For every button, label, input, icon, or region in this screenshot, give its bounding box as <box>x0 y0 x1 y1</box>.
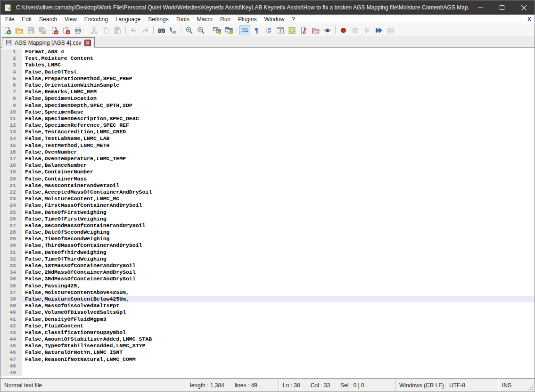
editor-line[interactable]: 43False,ClassificationGroupSymbol <box>0 329 535 336</box>
monitoring-button[interactable] <box>322 25 333 35</box>
macro-play-button <box>362 25 372 35</box>
close-button[interactable] <box>513 0 535 15</box>
maximize-button[interactable] <box>491 0 513 15</box>
editor-line[interactable]: 46False,NaturalOrNotYn,LNMC_ISNT <box>0 349 535 356</box>
editor-line[interactable]: 4False,DateOfTest <box>0 69 535 75</box>
status-insert-mode[interactable]: INS <box>498 379 535 392</box>
editor-line[interactable]: 15False,TestMethod,LNMC_METH <box>0 142 535 149</box>
editor-line[interactable]: 36False,Passing425, <box>0 283 535 289</box>
line-number: 7 <box>0 89 22 95</box>
menu-item-run[interactable]: Run <box>216 15 234 24</box>
editor-line[interactable]: 33False,1StMassOfContainerAndDrySoil <box>0 262 535 269</box>
editor[interactable]: 1Format,AGS 42Test,Moisture Content3Tabl… <box>0 48 535 379</box>
line-number: 28 <box>0 229 22 236</box>
editor-line[interactable]: 9False,SpecimenDepth,SPEC_DPTH,2DP <box>0 102 535 109</box>
status-encoding[interactable]: UTF-8 <box>445 379 498 392</box>
editor-line[interactable]: 48 <box>0 363 535 369</box>
line-text: False,1StMassOfContainerAndDrySoil <box>22 262 535 269</box>
resize-grip[interactable] <box>527 384 534 391</box>
editor-line[interactable]: 1Format,AGS 4 <box>0 49 535 55</box>
editor-line[interactable]: 42False,FluidContent <box>0 323 535 329</box>
editor-line[interactable]: 17False,OvenTemperature,LNMC_TEMP <box>0 155 535 162</box>
sync-vertical-button[interactable] <box>212 25 222 35</box>
editor-line[interactable]: 39False,MassOfDissolvedSaltsPpt <box>0 302 535 309</box>
editor-line[interactable]: 8False,SpecimenLocation <box>0 95 535 102</box>
editor-line[interactable]: 29False,TimeOfSecondWeighing <box>0 236 535 242</box>
status-eol-format[interactable]: Windows (CR LF) <box>395 379 445 392</box>
macro-record-button[interactable] <box>338 25 349 35</box>
menu-item-tools[interactable]: Tools <box>173 15 193 24</box>
menu-item-plugins[interactable]: Plugins <box>234 15 260 24</box>
replace-button[interactable]: ba <box>168 25 179 35</box>
menu-item-file[interactable]: File <box>1 15 18 24</box>
menu-item-encoding[interactable]: Encoding <box>81 15 112 24</box>
indent-guide-button[interactable] <box>263 25 274 35</box>
close-all-button[interactable] <box>61 25 72 35</box>
tab-close-button[interactable] <box>84 40 91 46</box>
editor-line[interactable]: 6False,OrientationWithinSample <box>0 82 535 89</box>
close-file-button[interactable] <box>49 25 60 35</box>
new-file-button[interactable] <box>2 25 13 35</box>
eol-label: Windows (CR LF) <box>399 382 444 389</box>
editor-line[interactable]: 23False,MoistureContent,LNMC_MC <box>0 196 535 202</box>
editor-line[interactable]: 47False,ReasonIfNotNatural,LNMC_COMM <box>0 356 535 363</box>
find-button[interactable] <box>156 25 167 35</box>
menu-item-search[interactable]: Search <box>35 15 61 24</box>
editor-line[interactable]: 2Test,Moisture Content <box>0 55 535 62</box>
editor-line[interactable]: 30False,ThirdMassOfContainerAndDrySoil <box>0 242 535 249</box>
editor-line[interactable]: 38False,MoistureContentBelow425Um, <box>0 296 535 302</box>
menu-item-macro[interactable]: Macro <box>193 15 216 24</box>
editor-line[interactable]: 20False,ContainerMass <box>0 176 535 182</box>
editor-line[interactable]: 34False,2NdMassOfContainerAndDrySoil <box>0 269 535 276</box>
show-all-characters-button[interactable]: ¶ <box>251 25 262 35</box>
editor-line[interactable]: 10False,SpecimenBase <box>0 109 535 115</box>
editor-line[interactable]: 25False,DateOfFirstWeighing <box>0 209 535 216</box>
menu-item-help[interactable]: ? <box>288 15 299 24</box>
editor-line[interactable]: 32False,TimeOfThirdWeighing <box>0 256 535 262</box>
function-list-button[interactable]: f <box>298 25 309 35</box>
menu-item-window[interactable]: Window <box>260 15 288 24</box>
editor-line[interactable]: 44False,AmountOfStabiliserAdded,LNMC_STA… <box>0 336 535 343</box>
editor-line[interactable]: 7False,Remarks,LNMC_REM <box>0 89 535 95</box>
tab-ags-mapping[interactable]: AGS Mapping [AGS 4].csv <box>2 37 95 48</box>
editor-line[interactable]: 41False,DensityOfFluidMgpm3 <box>0 316 535 323</box>
menu-item-edit[interactable]: Edit <box>18 15 35 24</box>
zoom-in-button[interactable] <box>184 25 195 35</box>
editor-line[interactable]: 40False,VolumeOfDissolvedSaltsGpl <box>0 309 535 316</box>
editor-line[interactable]: 31False,DateOfThirdWeighing <box>0 249 535 256</box>
status-document-size: length : 1,384 lines : 49 <box>186 379 279 392</box>
editor-line[interactable]: 22False,AcceptedMassOfContainerAndDrySoi… <box>0 189 535 196</box>
open-file-button[interactable] <box>14 25 25 35</box>
editor-line[interactable]: 18False,BalanceNumber <box>0 162 535 169</box>
editor-line[interactable]: 3Tables,LNMC <box>0 62 535 68</box>
editor-line[interactable]: 27False,SecondMassOfContainerAndDrySoil <box>0 222 535 229</box>
editor-line[interactable]: 11False,SpecimenDescription,SPEC_DESC <box>0 115 535 122</box>
document-map-button[interactable] <box>287 25 297 35</box>
editor-line[interactable]: 12False,SpecimenReference,SPEC_REF <box>0 122 535 129</box>
editor-line[interactable]: 37False,MoistureContentAbove425Um, <box>0 289 535 296</box>
menubar-close-document-button[interactable]: X <box>527 16 531 23</box>
editor-line[interactable]: 21False,MassContainerAndWetSoil <box>0 182 535 189</box>
editor-line[interactable]: 14False,TestLabName,LNMC_LAB <box>0 135 535 142</box>
editor-line[interactable]: 13False,TestAccredition,LNMC_CRED <box>0 129 535 135</box>
editor-line[interactable]: 35False,3RdMassOfContainerAndDrySoil <box>0 276 535 282</box>
zoom-out-button[interactable] <box>196 25 206 35</box>
folder-as-workspace-button[interactable] <box>310 25 321 35</box>
macro-run-multiple-button[interactable] <box>373 25 384 35</box>
menu-item-settings[interactable]: Settings <box>144 15 172 24</box>
sync-horizontal-button[interactable] <box>223 25 234 35</box>
editor-line[interactable]: 16False,OvenNumber <box>0 149 535 155</box>
menu-item-view[interactable]: View <box>61 15 81 24</box>
minimize-button[interactable] <box>469 0 491 15</box>
editor-line[interactable]: 24False,FirstMassOfContainerAndDrySoil <box>0 202 535 209</box>
word-wrap-button[interactable] <box>239 25 250 35</box>
editor-line[interactable]: 26False,TimeOfFirstWeighing <box>0 216 535 222</box>
editor-line[interactable]: 28False,DateOfSecondWeighing <box>0 229 535 236</box>
editor-line[interactable]: 49 <box>0 369 535 376</box>
editor-line[interactable]: 5False,PreparationMethod,SPEC_PREP <box>0 75 535 82</box>
menu-item-language[interactable]: Language <box>112 15 144 24</box>
editor-line[interactable]: 19False,ContainerNumber <box>0 169 535 175</box>
print-button[interactable] <box>73 25 83 35</box>
editor-line[interactable]: 45False,TypeOfStabiliserAdded,LNMC_STYP <box>0 343 535 349</box>
user-defined-language-button[interactable] <box>275 25 286 35</box>
